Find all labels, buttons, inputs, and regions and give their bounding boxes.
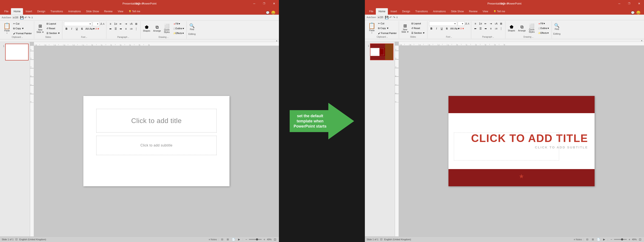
strikethrough-btn-left[interactable]: S: [80, 27, 84, 31]
change-case-btn-left[interactable]: Aa▼: [90, 27, 94, 31]
font-color-btn-left[interactable]: A▼: [95, 27, 100, 31]
tab-design-left[interactable]: Design: [34, 8, 48, 15]
numbering-btn-left[interactable]: 1≡: [113, 22, 118, 26]
normal-view-btn-left[interactable]: ⊟: [220, 237, 224, 241]
line-spacing-left[interactable]: ↕≡: [129, 27, 134, 31]
tab-tellme-right[interactable]: 💡 Tell me: [491, 8, 508, 15]
align-center-left[interactable]: ☰: [113, 27, 118, 31]
zoom-out-btn-right[interactable]: −: [610, 237, 613, 241]
slide-sorter-btn-left[interactable]: ⊞: [226, 237, 230, 241]
text-shadow-btn-left[interactable]: AA: [85, 27, 90, 31]
justify-left[interactable]: ≡: [124, 27, 128, 31]
copy-btn-right[interactable]: ⧉ Copy ▼: [377, 26, 398, 31]
autosave-toggle-right[interactable]: ● Off: [377, 16, 384, 19]
bullets-btn-left[interactable]: ≡: [108, 22, 113, 26]
zoom-level-right[interactable]: 49%: [632, 238, 637, 241]
decrease-font-btn-left[interactable]: A: [103, 23, 104, 25]
undo-btn-right[interactable]: ↶: [389, 16, 392, 19]
bold-btn-right[interactable]: B: [429, 27, 434, 31]
numbering-btn-right[interactable]: 1≡: [478, 22, 483, 26]
emoji-icon-left[interactable]: 😀: [271, 11, 276, 15]
close-btn-left[interactable]: ✕: [269, 0, 279, 7]
bullets-btn-right[interactable]: ≡: [473, 22, 478, 26]
shapes-btn-left[interactable]: ⬟ Shapes: [142, 22, 151, 35]
notes-btn-left[interactable]: ≡ Notes: [209, 238, 217, 241]
increase-indent-left[interactable]: ⇥: [124, 22, 128, 26]
format-painter-btn-left[interactable]: 🖌 Format Painter: [12, 31, 33, 36]
columns-right[interactable]: ⊞: [499, 22, 504, 26]
align-center-right[interactable]: ☰: [478, 27, 483, 31]
layout-btn-right[interactable]: ⊟ Layout: [410, 22, 426, 26]
tab-insert-left[interactable]: Insert: [23, 8, 34, 15]
font-selector-right[interactable]: ▼: [429, 22, 457, 26]
layout-btn-left[interactable]: ⊟ Layout: [46, 22, 61, 26]
decrease-font-btn-right[interactable]: A: [468, 22, 469, 25]
tab-view-right[interactable]: View: [480, 8, 491, 15]
save-btn-left[interactable]: 💾: [20, 16, 24, 19]
tab-design-right[interactable]: Design: [400, 8, 412, 15]
columns-left[interactable]: ⊞: [134, 22, 138, 26]
fit-slide-btn-right[interactable]: ⊡: [638, 237, 642, 241]
arrange-btn-right[interactable]: ⧉ Arrange: [517, 22, 527, 35]
zoom-in-btn-right[interactable]: +: [628, 237, 631, 241]
comments-icon-right[interactable]: 💬: [631, 11, 634, 15]
emoji-icon-right[interactable]: 😀: [636, 11, 640, 15]
underline-btn-left[interactable]: U: [74, 27, 79, 31]
reset-btn-left[interactable]: ↺ Reset: [46, 27, 61, 31]
reading-view-btn-left[interactable]: 📄: [231, 237, 236, 241]
slideshow-btn-left[interactable]: ▶: [237, 237, 241, 241]
quick-styles-btn-right[interactable]: ⬜ QuickStyles: [528, 22, 536, 35]
sign-in-right[interactable]: Sign in: [500, 2, 509, 5]
new-slide-btn-right[interactable]: ⊞ NewSlide ▼: [400, 22, 410, 35]
arrange-btn-left[interactable]: ⧉ Arrange: [152, 22, 162, 35]
tab-slideshow-left[interactable]: Slide Show: [83, 8, 102, 15]
reading-view-btn-right[interactable]: 📄: [596, 237, 600, 241]
tab-home-left[interactable]: Home: [11, 8, 23, 15]
shape-fill-btn-left[interactable]: 🔺Fill▼: [172, 22, 186, 26]
line-spacing-right[interactable]: ↕≡: [494, 27, 498, 31]
find-btn-right[interactable]: 🔍 Find: [553, 22, 561, 32]
collapse-btn-right[interactable]: ▲: [641, 39, 643, 42]
italic-btn-left[interactable]: I: [69, 27, 74, 31]
customize-qa-right[interactable]: ⊻: [396, 16, 398, 19]
decrease-indent-left[interactable]: ⇤: [118, 22, 123, 26]
fit-slide-btn-left[interactable]: ⊡: [273, 237, 277, 241]
align-left-right[interactable]: ⬅: [473, 27, 478, 31]
section-btn-right[interactable]: ☰ Section ▼: [410, 31, 426, 35]
strikethrough-btn-right[interactable]: S: [444, 27, 449, 31]
font-selector-left[interactable]: ▼: [64, 22, 92, 26]
text-shadow-btn-right[interactable]: AA: [450, 27, 454, 31]
paste-btn-right[interactable]: 📋 Paste ▼: [367, 22, 377, 35]
redo-btn-left[interactable]: ↷: [28, 16, 30, 19]
zoom-out-btn-left[interactable]: −: [244, 237, 248, 241]
tab-tellme-left[interactable]: 💡 Tell me: [126, 8, 143, 15]
sign-in-left[interactable]: Sign in: [135, 2, 144, 5]
font-size-selector-right[interactable]: ▼: [458, 22, 464, 26]
text-direction-right[interactable]: ↕A: [494, 22, 498, 26]
tab-view-left[interactable]: View: [115, 8, 126, 15]
comments-icon-left[interactable]: 💬: [266, 11, 270, 15]
autosave-toggle-left[interactable]: ● Off: [12, 16, 19, 19]
find-btn-left[interactable]: 🔍 Find: [188, 22, 196, 32]
notes-btn-right[interactable]: ≡ Notes: [574, 238, 582, 241]
shape-fill-btn-right[interactable]: 🔺Fill▼: [537, 22, 550, 26]
tab-transitions-left[interactable]: Transitions: [48, 8, 66, 15]
change-case-btn-right[interactable]: Aa▼: [455, 27, 460, 31]
zoom-level-left[interactable]: 49%: [267, 238, 272, 241]
tab-file-right[interactable]: File: [366, 8, 376, 15]
align-right-right[interactable]: ➡: [483, 27, 488, 31]
slide-canvas-right[interactable]: CLICK TO ADD TITLE CLICK TO ADD SUBTITLE…: [448, 96, 594, 186]
tab-home-right[interactable]: Home: [376, 8, 388, 15]
redo-btn-right[interactable]: ↷: [393, 16, 396, 19]
justify-right[interactable]: ≡: [488, 27, 493, 31]
format-painter-btn-right[interactable]: 🖌 Format Painter: [377, 31, 398, 35]
tab-transitions-right[interactable]: Transitions: [413, 8, 430, 15]
slide-sorter-btn-right[interactable]: ⊞: [591, 237, 595, 241]
paste-btn-left[interactable]: 📋 Paste ▼: [2, 22, 12, 35]
customize-qa-left[interactable]: ⊻: [31, 16, 33, 19]
reset-btn-right[interactable]: ↺ Reset: [410, 26, 426, 31]
slide-canvas-left[interactable]: Click to add title Click to add subtitle: [83, 96, 230, 186]
title-placeholder-left[interactable]: Click to add title: [96, 109, 216, 132]
increase-font-btn-right[interactable]: A: [465, 22, 467, 25]
tab-animations-left[interactable]: Animations: [66, 8, 83, 15]
